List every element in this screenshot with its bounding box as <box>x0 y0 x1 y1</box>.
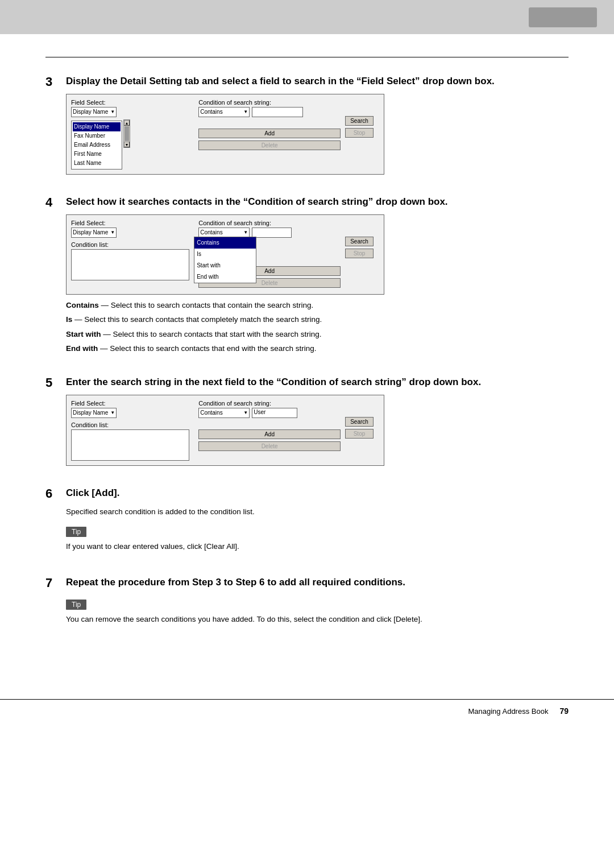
step-5-title: Enter the search string in the next fiel… <box>66 375 569 389</box>
condition-dropdown-5[interactable]: Contains ▼ <box>198 408 250 418</box>
dialog-5-center: Condition of search string: Contains ▼ U… <box>194 400 341 453</box>
step-6-tip-text: If you want to clear entered values, cli… <box>66 540 569 553</box>
field-select-row-3: Display Name ▼ <box>71 107 189 117</box>
step-4: 4 Select how it searches contacts in the… <box>45 195 569 359</box>
dialog-4-right: Search Stop <box>345 220 379 258</box>
dialog-3-right: Search Stop <box>345 99 379 138</box>
scroll-up-3[interactable]: ▲ <box>124 120 130 126</box>
step-3: 3 Display the Detail Setting tab and sel… <box>45 75 569 179</box>
dialog-5-right: Search Stop <box>345 400 379 439</box>
condition-descriptions: Contains — Select this to search contact… <box>66 299 569 355</box>
step-7-content: Repeat the procedure from Step 3 to Step… <box>66 576 569 632</box>
stop-button-4: Stop <box>345 249 374 258</box>
delete-button-3[interactable]: Delete <box>198 140 341 150</box>
delete-button-5[interactable]: Delete <box>198 441 341 451</box>
field-select-arrow-3: ▼ <box>110 109 115 114</box>
dialog-4-left: Field Select: Display Name ▼ Condition l… <box>71 220 189 280</box>
step-6-title: Click [Add]. <box>66 486 569 500</box>
search-button-3[interactable]: Search <box>345 116 374 126</box>
field-select-arrow-5: ▼ <box>110 410 115 415</box>
condition-row-3: Contains ▼ <box>198 107 341 117</box>
search-string-input-4[interactable] <box>252 228 292 238</box>
bottom-divider <box>0 699 614 700</box>
scroll-down-3[interactable]: ▼ <box>124 142 130 147</box>
dialog-5: Field Select: Display Name ▼ Condition l… <box>66 395 384 466</box>
dropdown-contains-4[interactable]: Contains <box>194 237 256 249</box>
scroll-thumb-3 <box>125 126 129 141</box>
condition-arrow-4: ▼ <box>243 230 248 235</box>
step-3-content: Display the Detail Setting tab and selec… <box>66 75 569 179</box>
stop-button-3: Stop <box>345 128 374 138</box>
footer: Managing Address Book 79 <box>0 706 614 716</box>
field-select-row-4: Display Name ▼ <box>71 228 189 238</box>
field-select-dropdown-5[interactable]: Display Name ▼ <box>71 408 117 418</box>
field-select-label-3: Field Select: <box>71 99 189 106</box>
dialog-4: Field Select: Display Name ▼ Condition l… <box>66 214 384 295</box>
step-7-tip-label: Tip <box>66 600 86 610</box>
dialog-3-center: Condition of search string: Contains ▼ A… <box>194 99 341 152</box>
condition-list-label-5: Condition list: <box>71 421 189 428</box>
delete-btn-area-3: Delete <box>198 140 341 150</box>
step-4-number: 4 <box>45 195 66 210</box>
step-6-tip-label: Tip <box>66 527 86 537</box>
desc-endwith: End with — Select this to search contact… <box>66 342 569 355</box>
field-select-label-4: Field Select: <box>71 220 189 226</box>
top-divider <box>45 57 569 57</box>
step-4-content: Select how it searches contacts in the “… <box>66 195 569 359</box>
step-5: 5 Enter the search string in the next fi… <box>45 375 569 470</box>
footer-text: Managing Address Book <box>468 707 548 716</box>
condition-dropdown-open-4[interactable]: Contains Is Start with End with <box>194 237 256 283</box>
condition-arrow-3: ▼ <box>243 109 248 114</box>
step-7-title: Repeat the procedure from Step 3 to Step… <box>66 576 569 589</box>
field-select-label-5: Field Select: <box>71 400 189 407</box>
delete-btn-area-5: Delete <box>198 441 341 451</box>
listbox-scrollbar-3[interactable]: ▲ ▼ <box>123 119 130 148</box>
step-7: 7 Repeat the procedure from Step 3 to St… <box>45 576 569 632</box>
step-6-content: Click [Add]. Specified search condition … <box>66 486 569 560</box>
add-btn-area-3: Add <box>198 129 341 138</box>
step-3-number: 3 <box>45 75 66 89</box>
condition-dropdown-3[interactable]: Contains ▼ <box>198 107 250 117</box>
step-6-body: Specified search condition is added to t… <box>66 506 569 518</box>
field-select-arrow-4: ▼ <box>110 230 115 235</box>
step-5-content: Enter the search string in the next fiel… <box>66 375 569 470</box>
dialog-5-left: Field Select: Display Name ▼ Condition l… <box>71 400 189 461</box>
desc-contains: Contains — Select this to search contact… <box>66 299 569 312</box>
add-btn-area-5: Add <box>198 429 341 439</box>
condition-arrow-5: ▼ <box>243 410 248 415</box>
dropdown-startwith-4[interactable]: Start with <box>194 260 256 271</box>
step-6-number: 6 <box>45 486 66 501</box>
step-3-title: Display the Detail Setting tab and selec… <box>66 75 569 88</box>
top-bar-decoration <box>529 7 597 27</box>
field-select-dropdown-4[interactable]: Display Name ▼ <box>71 228 117 238</box>
desc-is: Is — Select this to search contacts that… <box>66 313 569 326</box>
desc-startwith: Start with — Select this to search conta… <box>66 328 569 341</box>
condition-row-5: Contains ▼ User <box>198 408 341 418</box>
search-button-4[interactable]: Search <box>345 237 374 246</box>
condition-label-4: Condition of search string: <box>198 220 341 226</box>
step-7-number: 7 <box>45 576 66 590</box>
condition-listbox-5[interactable] <box>71 429 189 461</box>
dialog-4-center: Condition of search string: Contains ▼ C… <box>194 220 341 290</box>
top-bar <box>0 0 614 34</box>
listbox-item-email-3[interactable]: Email Address <box>73 140 121 150</box>
search-button-5[interactable]: Search <box>345 417 374 427</box>
search-string-input-5[interactable]: User <box>252 408 297 418</box>
step-5-number: 5 <box>45 375 66 390</box>
dropdown-endwith-4[interactable]: End with <box>194 271 256 283</box>
stop-button-5: Stop <box>345 429 374 439</box>
dropdown-is-4[interactable]: Is <box>194 249 256 260</box>
add-button-3[interactable]: Add <box>198 129 341 138</box>
listbox-item-lastname-3[interactable]: Last Name <box>73 159 121 168</box>
condition-label-3: Condition of search string: <box>198 99 341 106</box>
listbox-item-fax-3[interactable]: Fax Number <box>73 131 121 140</box>
search-string-input-3[interactable] <box>252 107 303 117</box>
dialog-3-left: Field Select: Display Name ▼ Display Nam… <box>71 99 189 170</box>
add-button-5[interactable]: Add <box>198 429 341 439</box>
listbox-item-displayname-3[interactable]: Display Name <box>73 122 121 131</box>
condition-listbox-4[interactable] <box>71 249 189 280</box>
listbox-item-firstname-3[interactable]: First Name <box>73 150 121 159</box>
field-select-dropdown-3[interactable]: Display Name ▼ <box>71 107 117 117</box>
field-listbox-3[interactable]: Display Name Fax Number Email Address Fi… <box>71 121 122 170</box>
condition-label-5: Condition of search string: <box>198 400 341 407</box>
